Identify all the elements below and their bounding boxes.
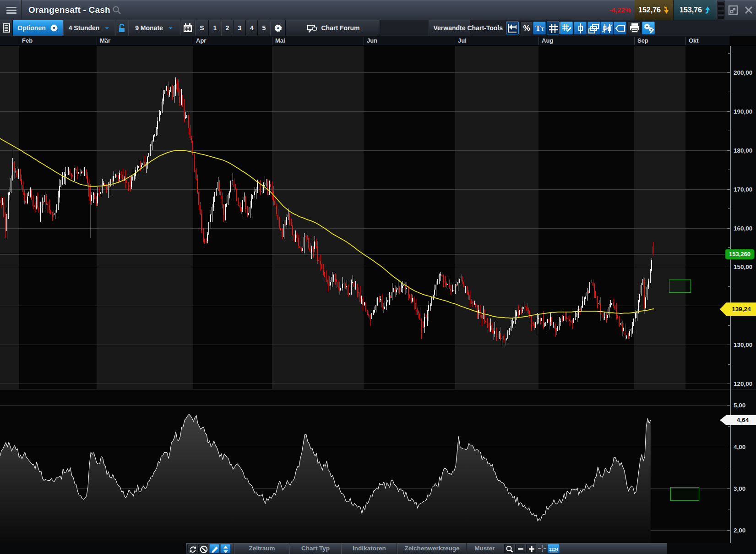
zoom-search-button[interactable] — [504, 544, 514, 553]
pan-crosshair-button[interactable] — [537, 544, 547, 553]
calendar-button[interactable] — [180, 20, 195, 36]
bottom-tab-zeitraum[interactable]: Zeitraum — [234, 543, 289, 554]
order-box-lower[interactable] — [671, 488, 699, 501]
quick-range-label: 3 — [238, 24, 242, 32]
grid-edit-button[interactable] — [560, 22, 573, 34]
chart-toolbar: Optionen4 Stunden9 MonateS12345Chart For… — [0, 20, 756, 36]
price-down-arrow-icon — [663, 6, 669, 14]
draw-pencil-icon — [210, 547, 220, 554]
month-label: Jun — [367, 37, 377, 44]
quick-range-button-1[interactable]: 1 — [209, 20, 221, 36]
zoom-out-button[interactable] — [515, 544, 525, 553]
month-label: Feb — [22, 37, 33, 44]
settings-gears-button[interactable] — [642, 22, 655, 34]
svg-text:4,64: 4,64 — [737, 417, 749, 423]
values-1234-icon: 1234 — [548, 547, 560, 554]
draw-pencil-button[interactable] — [209, 544, 219, 553]
zoom-in-button[interactable] — [526, 544, 536, 553]
refresh-icon — [188, 547, 198, 554]
ma-value-tag: 139,24 — [720, 302, 756, 316]
chart-forum-button[interactable]: Chart Forum — [286, 20, 380, 36]
month-label: Okt — [689, 37, 699, 44]
percent-button[interactable]: % — [520, 22, 533, 34]
range-dropdown[interactable]: 9 Monate — [128, 20, 180, 36]
quick-range-button-3[interactable]: 3 — [234, 20, 246, 36]
chart-settings-button[interactable] — [0, 20, 13, 36]
svg-text:153,260: 153,260 — [729, 251, 751, 258]
values-1234-button[interactable]: 1234 — [548, 544, 560, 553]
chart-tools-label: Chart-Tools — [459, 20, 503, 36]
sort-arrows-button[interactable] — [220, 544, 230, 553]
close-window-icon[interactable] — [743, 5, 754, 16]
price-axis-label: 130,00 — [734, 341, 752, 348]
month-label: Jul — [458, 37, 467, 44]
price-axis-label: 190,00 — [734, 108, 752, 115]
interval-dropdown[interactable]: 4 Stunden — [63, 20, 115, 36]
bottom-tab-muster[interactable]: Muster — [467, 543, 502, 554]
buy-price-button[interactable]: 153,76 — [674, 0, 716, 20]
search-icon[interactable] — [112, 5, 121, 15]
title-bar: Orangensaft - Cash -4,22% 152,76 153,76 — [0, 0, 756, 20]
options-button[interactable]: Optionen — [13, 20, 63, 36]
lock-scale-button[interactable] — [115, 20, 128, 36]
restore-window-icon[interactable] — [728, 5, 739, 16]
price-axis-label: 150,00 — [734, 263, 752, 270]
month-label: Apr — [196, 37, 206, 44]
price-axis-label: 120,00 — [734, 380, 752, 387]
quick-range-button-s[interactable]: S — [195, 20, 209, 36]
quick-range-label: 2 — [226, 24, 229, 32]
quick-range-button-2[interactable]: 2 — [221, 20, 234, 36]
sell-price-button[interactable]: 152,76 — [635, 0, 674, 20]
bottom-tab-zeichenwerkzeuge[interactable]: Zeichenwerkzeuge — [397, 543, 467, 554]
indicator-axis-label: 3,00 — [734, 485, 745, 492]
svg-text:139,24: 139,24 — [732, 306, 751, 313]
change-percent: -4,22% — [585, 0, 631, 20]
reset-zoom-button[interactable] — [506, 22, 519, 34]
menu-icon[interactable] — [0, 0, 22, 20]
month-label: Mai — [275, 37, 285, 44]
forum-settings-button[interactable] — [270, 20, 286, 36]
svg-text:T: T — [535, 24, 541, 33]
quick-range-button-5[interactable]: 5 — [258, 20, 270, 36]
chart-window: FebMärAprMaiJunJulAugSepOkt200,00190,001… — [0, 0, 756, 554]
printer-button[interactable] — [628, 22, 641, 34]
candlestick-button[interactable] — [574, 22, 587, 34]
price-axis-label: 160,00 — [734, 225, 752, 232]
refresh-button[interactable] — [187, 544, 197, 553]
zoom-out-icon — [516, 547, 526, 554]
bottom-toolbar: ZeitraumChart TypIndikatorenZeichenwerkz… — [0, 543, 756, 554]
interval-value: 4 Stunden — [69, 24, 100, 32]
disable-icon — [199, 547, 209, 554]
pan-crosshair-icon — [537, 547, 547, 554]
grid-button[interactable] — [547, 22, 560, 34]
quick-range-label: 5 — [262, 24, 266, 32]
indicator-axis-label: 2,00 — [734, 527, 745, 534]
quick-range-button-4[interactable]: 4 — [246, 20, 258, 36]
instrument-title: Orangensaft - Cash — [28, 0, 110, 20]
buy-price: 153,76 — [680, 6, 702, 14]
label-tag-button[interactable] — [614, 22, 626, 34]
disable-button[interactable] — [198, 544, 208, 553]
svg-text:1234: 1234 — [549, 547, 558, 552]
options-label: Optionen — [17, 24, 45, 32]
bottom-tab-indikatoren[interactable]: Indikatoren — [341, 543, 397, 554]
month-label: Mär — [100, 37, 110, 44]
windows-button[interactable] — [587, 22, 600, 34]
text-size-button[interactable]: TT — [533, 22, 546, 34]
compare-candles-button[interactable] — [600, 22, 613, 34]
range-value: 9 Monate — [135, 24, 163, 32]
price-axis-label: 200,00 — [734, 69, 752, 76]
month-label: Sep — [637, 37, 648, 44]
price-chart[interactable]: FebMärAprMaiJunJulAugSepOkt200,00190,001… — [0, 0, 756, 554]
current-price-tag: 153,260 — [725, 249, 754, 259]
quick-range-label: S — [200, 24, 204, 32]
order-box-main[interactable] — [669, 280, 691, 293]
sell-price: 152,76 — [638, 6, 661, 14]
chart-forum-label: Chart Forum — [321, 24, 360, 32]
window-grip[interactable] — [717, 0, 725, 20]
bottom-tab-chart-typ[interactable]: Chart Typ — [289, 543, 341, 554]
price-axis-label: 180,00 — [734, 147, 752, 154]
zoom-in-icon — [527, 547, 537, 554]
sort-arrows-icon — [221, 547, 231, 554]
price-up-arrow-icon — [704, 6, 711, 14]
